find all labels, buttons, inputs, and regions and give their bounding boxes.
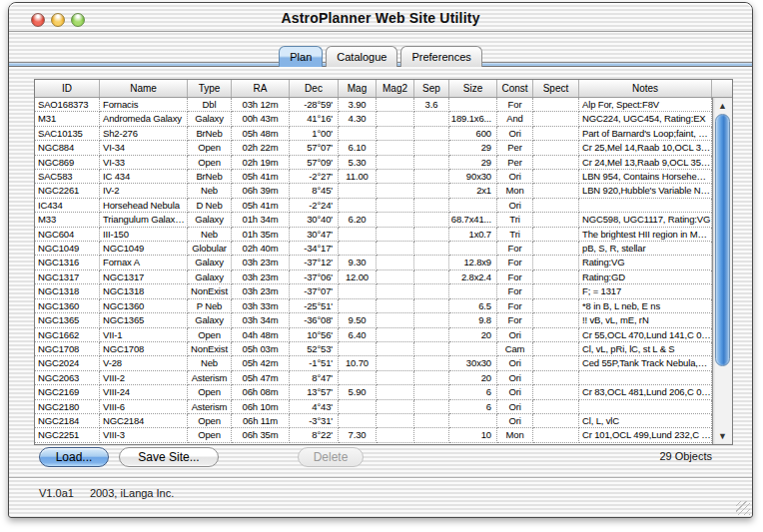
cell-spect <box>533 141 579 155</box>
cell-mag2 <box>377 284 414 298</box>
table-row[interactable]: SAC583IC 434BrNeb05h 41m-2°27'11.0090x30… <box>35 170 732 184</box>
column-header-notes[interactable]: Notes <box>579 80 712 97</box>
cell-ra: 02h 22m <box>232 141 290 155</box>
cell-mag2 <box>377 98 414 112</box>
cell-mag2 <box>377 299 414 313</box>
cell-sep <box>414 400 449 414</box>
table-row[interactable]: NGC2063VIII-2Asterism05h 47m8°47'20Ori <box>35 371 732 385</box>
cell-dec: 4°43' <box>290 400 339 414</box>
cell-id: SAC583 <box>35 170 100 184</box>
cell-id: NGC2261 <box>35 184 100 198</box>
cell-id: NGC1360 <box>35 299 100 313</box>
cell-notes: Cr 25,Mel 14,Raab 10,OCL 35... <box>579 141 712 155</box>
table-row[interactable]: SAC10135Sh2-276BrNeb05h 48m1°00'600OriPa… <box>35 127 732 141</box>
cell-size <box>449 242 497 256</box>
cell-name: NGC1365 <box>100 313 188 327</box>
table-row[interactable]: NGC869VI-33Open02h 19m57°09'5.3029PerCr … <box>35 156 732 170</box>
cell-sep <box>414 256 449 269</box>
cell-const: Per <box>497 156 533 170</box>
table-row[interactable]: NGC2251VIII-3Open06h 35m8°22'7.3010MonCr… <box>35 428 732 442</box>
cell-id: NGC869 <box>35 156 100 170</box>
scroll-up-icon[interactable]: ▲ <box>713 100 732 112</box>
cell-spect <box>533 184 579 198</box>
cell-mag <box>339 371 377 385</box>
tab-preferences[interactable]: Preferences <box>400 46 481 67</box>
table-row[interactable]: NGC1317NGC1317Galaxy03h 23m-37°06'12.002… <box>35 270 732 284</box>
cell-size: 68.7x41... <box>449 213 497 227</box>
save-site-button[interactable]: Save Site... <box>119 447 219 467</box>
column-header-spect[interactable]: Spect <box>533 80 579 97</box>
column-header-sep[interactable]: Sep <box>414 80 449 97</box>
cell-spect <box>533 256 579 269</box>
cell-const: Tri <box>497 213 533 227</box>
table-row[interactable]: NGC2184NGC2184Open06h 11m-3°31'OriCl, L,… <box>35 414 732 428</box>
resize-grip-icon[interactable] <box>736 501 750 515</box>
cell-size <box>449 342 497 356</box>
cell-name: Fornax A <box>100 256 188 269</box>
table-row[interactable]: NGC1360NGC1360P Neb03h 33m-25°51'6.5For*… <box>35 299 732 313</box>
scrollbar-thumb[interactable] <box>715 114 730 366</box>
table-row[interactable]: NGC1049NGC1049Globular02h 40m-34°17'Forp… <box>35 242 732 256</box>
cell-ra: 06h 35m <box>232 428 290 442</box>
cell-dec: -36°08' <box>290 313 339 327</box>
cell-notes: Cl, L, vlC <box>579 414 712 428</box>
cell-ra: 01h 35m <box>232 228 290 242</box>
cell-notes: Alp For, Spect:F8V <box>579 98 712 112</box>
table-row[interactable]: NGC2024V-28Neb05h 42m-1°51'10.7030x30Ori… <box>35 356 732 370</box>
cell-size: 29 <box>449 156 497 170</box>
cell-dec: 8°22' <box>290 428 339 442</box>
version-label: V1.0a1 <box>39 487 74 499</box>
tab-plan[interactable]: Plan <box>279 46 323 67</box>
table-row[interactable]: NGC604III-150Neb01h 35m30°47'1x0.7TriThe… <box>35 228 732 242</box>
column-header-dec[interactable]: Dec <box>290 80 339 97</box>
table-row[interactable]: NGC2261IV-2Neb06h 39m8°45'2x1MonLBN 920,… <box>35 184 732 198</box>
cell-spect <box>533 428 579 442</box>
cell-const: Ori <box>497 127 533 141</box>
column-header-const[interactable]: Const <box>497 80 533 97</box>
table-row[interactable]: NGC1316Fornax AGalaxy03h 23m-37°12'9.301… <box>35 256 732 269</box>
cell-type: Asterism <box>188 371 232 385</box>
cell-notes: NGC224, UGC454, Rating:EX <box>579 112 712 126</box>
column-header-size[interactable]: Size <box>449 80 497 97</box>
cell-name: NGC1708 <box>100 342 188 356</box>
table-row[interactable]: NGC1365NGC1365Galaxy03h 34m-36°08'9.509.… <box>35 313 732 327</box>
table-row[interactable]: NGC2180VIII-6Asterism06h 10m4°43'6Ori <box>35 400 732 414</box>
cell-mag: 11.00 <box>339 170 377 184</box>
table-row[interactable]: NGC1708NGC1708NonExist05h 03m52°53'CamCl… <box>35 342 732 356</box>
column-header-type[interactable]: Type <box>188 80 232 97</box>
cell-dec: 30°47' <box>290 228 339 242</box>
vertical-scrollbar[interactable]: ▲ ▼ <box>712 98 732 444</box>
table-row[interactable]: SAO168373FornacisDbl03h 12m-28°59'3.903.… <box>35 98 732 112</box>
cell-id: M31 <box>35 112 100 126</box>
column-header-name[interactable]: Name <box>100 80 188 97</box>
cell-id: NGC1662 <box>35 328 100 342</box>
cell-dec: -25°51' <box>290 299 339 313</box>
table-row[interactable]: NGC1662VII-1Open04h 48m10°56'6.4020OriCr… <box>35 328 732 342</box>
cell-ra: 02h 40m <box>232 242 290 256</box>
cell-type: Open <box>188 156 232 170</box>
tab-catalogue[interactable]: Catalogue <box>326 46 397 67</box>
cell-type: Open <box>188 328 232 342</box>
column-header-id[interactable]: ID <box>35 80 100 97</box>
table-row[interactable]: NGC884VI-34Open02h 22m57°07'6.1029PerCr … <box>35 141 732 155</box>
table-row[interactable]: NGC2169VIII-24Open06h 08m13°57'5.906OriC… <box>35 385 732 399</box>
cell-spect <box>533 242 579 256</box>
cell-sep: 3.6 <box>414 98 449 112</box>
column-header-ra[interactable]: RA <box>232 80 290 97</box>
column-header-mag2[interactable]: Mag2 <box>377 80 414 97</box>
delete-button[interactable]: Delete <box>298 447 364 467</box>
table-row[interactable]: M33Triangulum Galaxy, Pinwh...Galaxy01h … <box>35 213 732 227</box>
load-button[interactable]: Load... <box>39 447 109 467</box>
cell-size <box>449 98 497 112</box>
cell-ra: 03h 23m <box>232 256 290 269</box>
cell-mag <box>339 400 377 414</box>
table-row[interactable]: M31Andromeda GalaxyGalaxy00h 43m41°16'4.… <box>35 112 732 126</box>
title-bar[interactable]: AstroPlanner Web Site Utility <box>9 3 752 32</box>
column-header-mag[interactable]: Mag <box>339 80 377 97</box>
table-row[interactable]: IC434Horsehead NebulaD Neb05h 41m-2°24'O… <box>35 199 732 213</box>
cell-size: 20 <box>449 371 497 385</box>
scroll-down-icon[interactable]: ▼ <box>713 430 732 442</box>
cell-spect <box>533 342 579 356</box>
cell-sep <box>414 141 449 155</box>
table-row[interactable]: NGC1318NGC1318NonExist03h 23m-37°07'ForF… <box>35 284 732 298</box>
